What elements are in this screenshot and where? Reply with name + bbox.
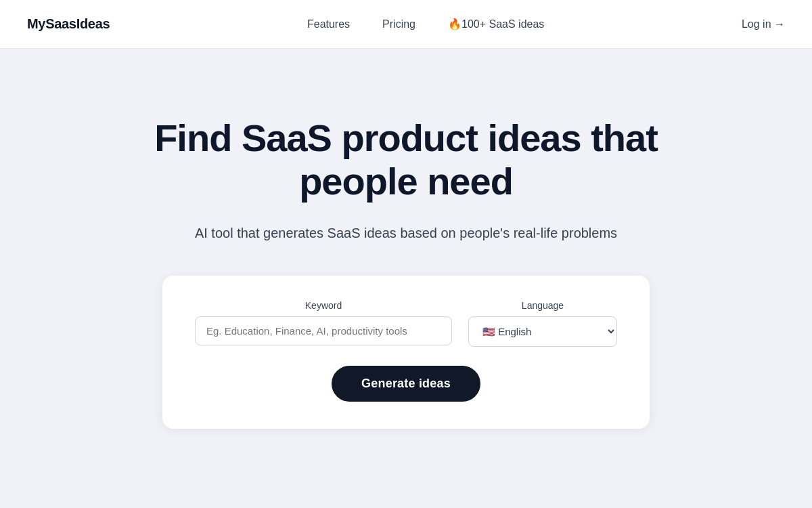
navbar: MySaasIdeas Features Pricing 🔥100+ SaaS … (0, 0, 812, 49)
nav-link-pricing[interactable]: Pricing (382, 18, 415, 30)
keyword-label: Keyword (195, 300, 452, 311)
nav-links: Features Pricing 🔥100+ SaaS ideas (307, 18, 544, 30)
hero-subtitle: AI tool that generates SaaS ideas based … (195, 223, 617, 243)
generate-ideas-button[interactable]: Generate ideas (332, 366, 480, 402)
nav-login-button[interactable]: Log in → (742, 18, 785, 30)
language-field-group: Language 🇺🇸 English 🇪🇸 Spanish 🇫🇷 French… (468, 300, 617, 347)
site-logo[interactable]: MySaasIdeas (27, 16, 110, 32)
generate-btn-wrapper: Generate ideas (195, 366, 617, 402)
keyword-input[interactable] (195, 316, 452, 345)
search-fields: Keyword Language 🇺🇸 English 🇪🇸 Spanish 🇫… (195, 300, 617, 347)
nav-link-saas-ideas[interactable]: 🔥100+ SaaS ideas (448, 18, 544, 30)
nav-link-features[interactable]: Features (307, 18, 350, 30)
hero-title: Find SaaS product ideas that people need (149, 117, 663, 204)
search-card: Keyword Language 🇺🇸 English 🇪🇸 Spanish 🇫… (162, 276, 650, 429)
language-select[interactable]: 🇺🇸 English 🇪🇸 Spanish 🇫🇷 French 🇩🇪 Germa… (468, 316, 617, 347)
language-label: Language (468, 300, 617, 311)
hero-section: Find SaaS product ideas that people need… (0, 49, 812, 469)
keyword-field-group: Keyword (195, 300, 452, 347)
